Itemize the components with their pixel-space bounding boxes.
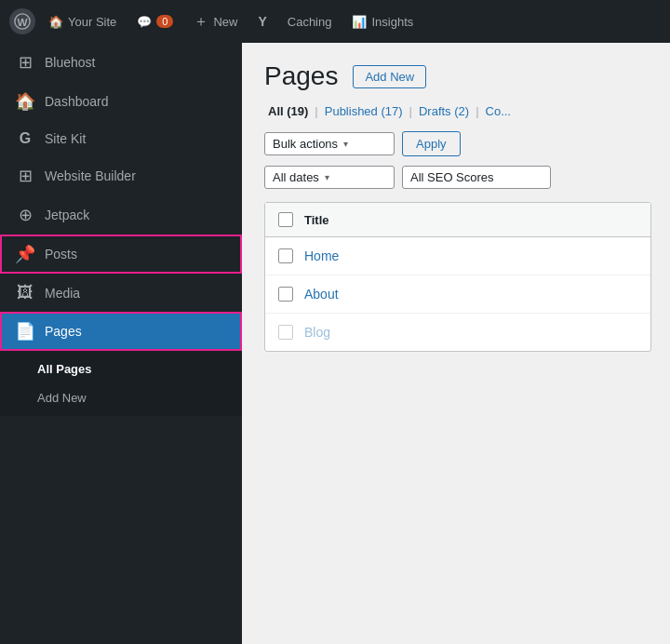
jetpack-icon: ⊕	[15, 205, 35, 225]
yoast-bar[interactable]: Y	[250, 10, 274, 33]
sidebar-item-site-kit-label: Site Kit	[45, 131, 86, 146]
insights-label: Insights	[371, 15, 413, 29]
blog-page-title[interactable]: Blog	[304, 325, 637, 340]
insights-bar[interactable]: 📊 Insights	[344, 11, 421, 33]
select-all-checkbox[interactable]	[278, 212, 293, 227]
sidebar-item-jetpack-label: Jetpack	[45, 208, 89, 222]
admin-bar: W 🏠 Your Site 💬 0 ＋ New Y Caching 📊 Insi…	[0, 0, 670, 43]
bulk-actions-select[interactable]: Bulk actions ▾	[264, 132, 395, 155]
fade-overlay	[484, 570, 670, 644]
filter-co[interactable]: Co...	[482, 104, 515, 118]
posts-highlight-box	[0, 235, 242, 274]
toolbar-row-2: All dates ▾ All SEO Scores	[264, 166, 651, 189]
add-new-sub-label: Add New	[37, 391, 87, 405]
all-seo-select[interactable]: All SEO Scores	[402, 166, 551, 189]
toolbar-row-1: Bulk actions ▾ Apply	[264, 131, 651, 156]
dashboard-icon: 🏠	[15, 91, 35, 112]
pages-submenu: All Pages Add New	[0, 351, 242, 416]
sidebar-item-pages-label: Pages	[45, 324, 82, 339]
page-title-row: Pages Add New	[264, 61, 651, 91]
sep2: |	[407, 104, 415, 118]
posts-icon: 📌	[15, 244, 35, 264]
sidebar-item-bluehost-label: Bluehost	[45, 55, 95, 70]
all-dates-label: All dates	[273, 170, 319, 184]
all-seo-label: All SEO Scores	[410, 170, 494, 184]
bar-chart-icon: 📊	[352, 15, 367, 29]
add-new-button[interactable]: Add New	[353, 65, 426, 88]
sidebar-item-media[interactable]: 🖼 Media	[0, 274, 242, 312]
table-row: Blog	[265, 314, 650, 351]
about-row-check-col	[278, 287, 304, 302]
sidebar-item-website-builder[interactable]: ⊞ Website Builder	[0, 156, 242, 195]
yoast-icon: Y	[258, 14, 266, 29]
page-title: Pages	[264, 61, 338, 91]
sidebar-item-posts[interactable]: 📌 Posts	[0, 235, 242, 274]
bulk-actions-label: Bulk actions	[273, 137, 338, 151]
home-page-title[interactable]: Home	[304, 248, 637, 263]
sidebar-item-dashboard-label: Dashboard	[45, 94, 109, 109]
bulk-actions-chevron-icon: ▾	[343, 139, 348, 149]
comment-icon: 💬	[137, 15, 152, 29]
sidebar-item-site-kit[interactable]: G Site Kit	[0, 121, 242, 156]
blog-checkbox[interactable]	[278, 325, 293, 340]
media-icon: 🖼	[15, 283, 35, 302]
table-row: About	[265, 275, 650, 314]
all-pages-label: All Pages	[37, 362, 92, 376]
home-row-check-col	[278, 248, 304, 263]
site-name-label: Your Site	[68, 15, 116, 29]
sidebar-item-website-builder-label: Website Builder	[45, 168, 136, 183]
title-column-header: Title	[304, 213, 637, 227]
comments-bar[interactable]: 💬 0	[129, 11, 181, 33]
new-bar-label: New	[213, 15, 237, 29]
filter-all[interactable]: All (19)	[264, 104, 312, 118]
filter-drafts[interactable]: Drafts (2)	[415, 104, 473, 118]
sidebar-item-dashboard[interactable]: 🏠 Dashboard	[0, 82, 242, 121]
comment-count-badge: 0	[156, 15, 173, 28]
home-bar-icon: 🏠	[48, 15, 63, 29]
website-builder-icon: ⊞	[15, 166, 35, 186]
caching-label: Caching	[288, 15, 332, 29]
sidebar: ⊞ Bluehost 🏠 Dashboard G Site Kit ⊞ Webs…	[0, 43, 242, 644]
home-checkbox[interactable]	[278, 248, 293, 263]
sep1: |	[312, 104, 320, 118]
main-layout: ⊞ Bluehost 🏠 Dashboard G Site Kit ⊞ Webs…	[0, 43, 670, 644]
sidebar-item-bluehost[interactable]: ⊞ Bluehost	[0, 43, 242, 82]
bluehost-icon: ⊞	[15, 52, 35, 73]
table-row: Home	[265, 237, 650, 275]
pages-icon: 📄	[15, 321, 35, 342]
caching-bar[interactable]: Caching	[280, 11, 340, 33]
pages-table: Title Home About Blog	[264, 202, 651, 352]
site-name-bar[interactable]: 🏠 Your Site	[41, 11, 124, 33]
sidebar-item-pages[interactable]: 📄 Pages	[0, 312, 242, 351]
filter-links: All (19) | Published (17) | Drafts (2) |…	[264, 104, 651, 118]
main-content: Pages Add New All (19) | Published (17) …	[242, 43, 670, 644]
header-checkbox-col	[278, 212, 304, 227]
submenu-all-pages[interactable]: All Pages	[0, 355, 242, 383]
table-header-row: Title	[265, 203, 650, 237]
apply-button[interactable]: Apply	[402, 131, 461, 156]
plus-icon: ＋	[194, 12, 208, 32]
site-kit-icon: G	[15, 130, 35, 147]
sidebar-item-posts-label: Posts	[45, 247, 77, 262]
about-page-title[interactable]: About	[304, 287, 637, 302]
sidebar-item-jetpack[interactable]: ⊕ Jetpack	[0, 195, 242, 235]
sep3: |	[473, 104, 481, 118]
submenu-add-new[interactable]: Add New	[0, 383, 242, 412]
blog-row-check-col	[278, 325, 304, 340]
sidebar-item-media-label: Media	[45, 286, 80, 301]
new-bar[interactable]: ＋ New	[186, 8, 245, 35]
all-dates-chevron-icon: ▾	[325, 172, 329, 182]
svg-text:W: W	[17, 16, 28, 28]
filter-published[interactable]: Published (17)	[321, 104, 407, 118]
about-checkbox[interactable]	[278, 287, 293, 302]
all-dates-select[interactable]: All dates ▾	[264, 166, 395, 189]
pages-highlight-box	[0, 312, 242, 351]
wp-logo-icon[interactable]: W	[9, 8, 35, 34]
